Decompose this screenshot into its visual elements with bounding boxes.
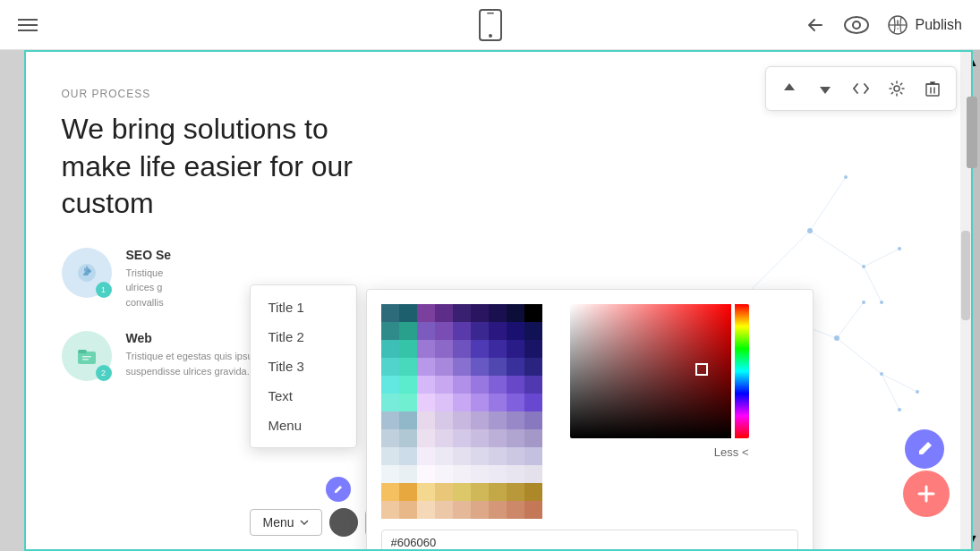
color-swatch[interactable] bbox=[417, 447, 435, 465]
color-swatch[interactable] bbox=[417, 394, 435, 411]
color-swatch[interactable] bbox=[381, 411, 399, 429]
code-button[interactable] bbox=[845, 72, 877, 105]
color-swatch[interactable] bbox=[489, 501, 507, 519]
color-swatch[interactable] bbox=[435, 340, 453, 358]
color-swatch[interactable] bbox=[453, 340, 471, 358]
color-swatch[interactable] bbox=[453, 394, 471, 411]
color-swatch[interactable] bbox=[471, 483, 489, 501]
hamburger-button[interactable] bbox=[18, 19, 38, 31]
color-swatch[interactable] bbox=[381, 394, 399, 411]
gradient-picker[interactable] bbox=[570, 304, 749, 438]
color-swatch[interactable] bbox=[471, 340, 489, 358]
color-swatch[interactable] bbox=[507, 447, 524, 465]
color-swatch[interactable] bbox=[399, 501, 417, 519]
color-swatch[interactable] bbox=[471, 501, 489, 519]
color-swatch[interactable] bbox=[399, 394, 417, 411]
color-swatch[interactable] bbox=[489, 429, 507, 447]
color-swatch[interactable] bbox=[453, 376, 471, 394]
color-swatch[interactable] bbox=[507, 429, 524, 447]
color-swatch[interactable] bbox=[381, 501, 399, 519]
color-swatch[interactable] bbox=[435, 501, 453, 519]
color-swatch[interactable] bbox=[435, 304, 453, 322]
color-swatch[interactable] bbox=[435, 376, 453, 394]
less-button[interactable]: Less < bbox=[570, 445, 749, 459]
color-swatch[interactable] bbox=[417, 376, 435, 394]
color-swatch[interactable] bbox=[489, 411, 507, 429]
color-swatch[interactable] bbox=[399, 483, 417, 501]
color-swatch[interactable] bbox=[417, 501, 435, 519]
color-swatch[interactable] bbox=[507, 340, 524, 358]
color-swatch[interactable] bbox=[453, 304, 471, 322]
hue-bar[interactable] bbox=[735, 304, 749, 438]
move-down-button[interactable] bbox=[809, 72, 841, 105]
color-swatch[interactable] bbox=[453, 483, 471, 501]
color-swatch[interactable] bbox=[507, 465, 524, 483]
color-swatch[interactable] bbox=[417, 304, 435, 322]
color-swatch[interactable] bbox=[524, 429, 542, 447]
color-swatch[interactable] bbox=[435, 465, 453, 483]
color-swatch[interactable] bbox=[381, 483, 399, 501]
color-swatch[interactable] bbox=[417, 465, 435, 483]
dropdown-item-title3[interactable]: Title 3 bbox=[251, 352, 356, 381]
color-swatch[interactable] bbox=[435, 447, 453, 465]
preview-button[interactable] bbox=[844, 16, 869, 34]
color-swatch[interactable] bbox=[381, 322, 399, 340]
menu-dropdown-button[interactable]: Menu bbox=[250, 509, 322, 536]
color-swatch[interactable] bbox=[453, 429, 471, 447]
color-swatch[interactable] bbox=[435, 429, 453, 447]
color-swatch[interactable] bbox=[471, 322, 489, 340]
color-swatch[interactable] bbox=[524, 376, 542, 394]
color-swatch[interactable] bbox=[507, 304, 524, 322]
color-swatch[interactable] bbox=[471, 358, 489, 376]
color-swatch[interactable] bbox=[453, 447, 471, 465]
color-swatch[interactable] bbox=[507, 501, 524, 519]
color-swatch[interactable] bbox=[381, 304, 399, 322]
dropdown-menu[interactable]: Title 1 Title 2 Title 3 Text Menu bbox=[250, 284, 357, 448]
color-swatch[interactable] bbox=[453, 501, 471, 519]
color-swatch[interactable] bbox=[489, 322, 507, 340]
color-circle-button[interactable] bbox=[329, 508, 358, 537]
color-swatch[interactable] bbox=[471, 465, 489, 483]
dropdown-item-title1[interactable]: Title 1 bbox=[251, 292, 356, 322]
color-swatch[interactable] bbox=[524, 304, 542, 322]
color-swatch[interactable] bbox=[524, 394, 542, 411]
color-swatch[interactable] bbox=[435, 394, 453, 411]
color-swatch[interactable] bbox=[453, 358, 471, 376]
color-swatch[interactable] bbox=[507, 358, 524, 376]
color-swatch[interactable] bbox=[489, 358, 507, 376]
color-swatch[interactable] bbox=[471, 411, 489, 429]
color-swatch[interactable] bbox=[471, 304, 489, 322]
color-hex-input[interactable] bbox=[381, 530, 798, 551]
color-swatch[interactable] bbox=[507, 394, 524, 411]
color-swatch[interactable] bbox=[435, 411, 453, 429]
color-swatch[interactable] bbox=[417, 358, 435, 376]
color-swatch[interactable] bbox=[489, 304, 507, 322]
color-swatch[interactable] bbox=[417, 411, 435, 429]
color-swatch[interactable] bbox=[399, 304, 417, 322]
color-swatch[interactable] bbox=[524, 340, 542, 358]
color-swatch[interactable] bbox=[399, 322, 417, 340]
delete-button[interactable] bbox=[916, 72, 949, 105]
color-swatch[interactable] bbox=[435, 483, 453, 501]
color-swatch[interactable] bbox=[507, 411, 524, 429]
color-swatch[interactable] bbox=[524, 322, 542, 340]
color-swatch[interactable] bbox=[507, 376, 524, 394]
settings-button[interactable] bbox=[881, 72, 913, 105]
outer-scroll-thumb[interactable] bbox=[967, 97, 977, 168]
dropdown-item-text[interactable]: Text bbox=[251, 381, 356, 411]
color-swatch[interactable] bbox=[399, 447, 417, 465]
color-swatch[interactable] bbox=[435, 358, 453, 376]
color-swatch[interactable] bbox=[417, 340, 435, 358]
color-swatch[interactable] bbox=[435, 322, 453, 340]
color-swatch[interactable] bbox=[471, 394, 489, 411]
color-swatch[interactable] bbox=[399, 429, 417, 447]
color-swatch[interactable] bbox=[453, 411, 471, 429]
color-swatch[interactable] bbox=[489, 465, 507, 483]
color-swatch[interactable] bbox=[453, 322, 471, 340]
color-swatch[interactable] bbox=[399, 340, 417, 358]
move-up-button[interactable] bbox=[773, 72, 805, 105]
color-swatch[interactable] bbox=[399, 411, 417, 429]
color-swatch[interactable] bbox=[524, 358, 542, 376]
back-button[interactable] bbox=[805, 14, 826, 36]
color-swatch[interactable] bbox=[489, 394, 507, 411]
